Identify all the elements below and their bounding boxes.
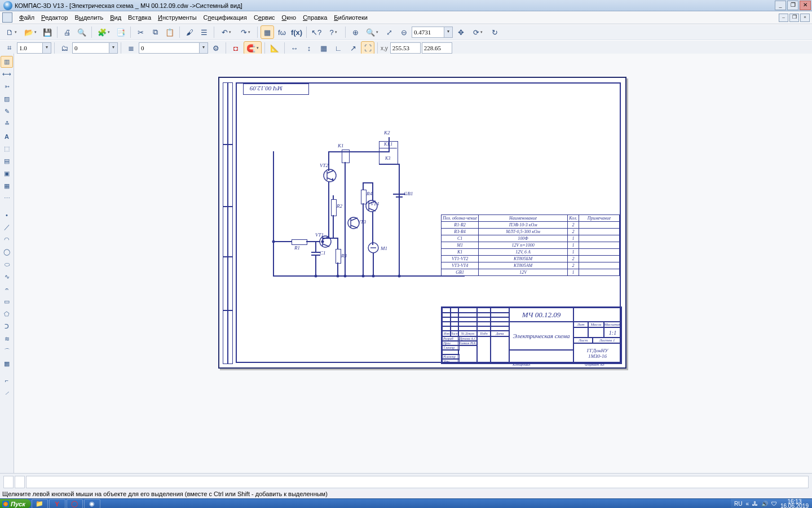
draw-equid[interactable]: ≋: [1, 333, 13, 345]
draw-point[interactable]: •: [1, 209, 13, 221]
step-input[interactable]: [17, 42, 43, 54]
zoom-combo[interactable]: ▾: [412, 27, 453, 38]
tool-more[interactable]: ⋯: [1, 192, 13, 204]
pan-button[interactable]: ✥: [454, 25, 467, 39]
redo-button[interactable]: ↷: [236, 25, 254, 39]
draw-line[interactable]: ／: [1, 221, 13, 233]
tray-net-icon[interactable]: 🖧: [752, 501, 758, 507]
layers-button[interactable]: ≣: [124, 41, 138, 55]
mdi-restore[interactable]: ❐: [789, 14, 799, 22]
properties-button[interactable]: ☰: [197, 25, 211, 39]
tool-measure[interactable]: A: [1, 130, 13, 142]
tool-spec[interactable]: ▤: [1, 155, 13, 167]
tool-dim[interactable]: ⟷: [1, 68, 13, 80]
menu-select[interactable]: Выделить: [71, 13, 107, 22]
draw-cont[interactable]: Ɔ: [1, 321, 13, 332]
zoom-fit-button[interactable]: ⤢: [382, 25, 396, 39]
tool-geometry[interactable]: ▥: [1, 56, 13, 68]
stop-button[interactable]: ◘: [229, 41, 242, 55]
taskbar-yandex-icon[interactable]: Y: [49, 499, 65, 508]
menu-window[interactable]: Окно: [279, 13, 300, 22]
zoom-in-button[interactable]: ⊕: [348, 25, 362, 39]
draw-hatch2[interactable]: ▩: [1, 358, 13, 370]
tool-hatch[interactable]: ▨: [1, 93, 13, 105]
draw-collect[interactable]: ⌒: [1, 345, 13, 357]
states-button[interactable]: 🗂: [58, 41, 71, 55]
draw-rect[interactable]: ▭: [1, 296, 13, 308]
tool-select[interactable]: ⬚: [1, 143, 13, 155]
zoom-dd-button[interactable]: 🔍: [363, 25, 381, 39]
tool-edit[interactable]: ✎: [1, 106, 13, 117]
tray-shield-icon[interactable]: 🛡: [771, 501, 777, 507]
preview-button[interactable]: 🔍: [75, 25, 89, 39]
prop-button[interactable]: 📑: [114, 25, 127, 39]
minimize-button[interactable]: _: [775, 1, 786, 10]
grid-button[interactable]: ▦: [317, 41, 330, 55]
step-combo[interactable]: ▾: [17, 42, 51, 54]
tool-param[interactable]: ≛: [1, 118, 13, 130]
help-cursor-button[interactable]: ↖?: [310, 25, 323, 39]
manager-button[interactable]: ▦: [261, 25, 274, 39]
help-dd-button[interactable]: ?: [324, 25, 342, 39]
zoom-out-button[interactable]: ⊖: [397, 25, 411, 39]
mdi-close[interactable]: ×: [800, 14, 810, 22]
close-button[interactable]: ✕: [800, 1, 811, 10]
save-button[interactable]: 💾: [41, 25, 54, 39]
lang-indicator[interactable]: RU: [734, 501, 742, 507]
menu-libs[interactable]: Библиотеки: [330, 13, 371, 22]
tray-vol-icon[interactable]: 🔊: [761, 501, 768, 507]
taskbar-kompas-icon[interactable]: ◉: [84, 499, 100, 508]
grid-origin-button[interactable]: ⌗: [2, 41, 16, 55]
coord-y-input[interactable]: [422, 42, 452, 54]
draw-ellipse[interactable]: ⬭: [1, 259, 13, 270]
menu-edit[interactable]: Редактор: [38, 13, 71, 22]
draw-poly[interactable]: ⬠: [1, 308, 13, 320]
restore-button[interactable]: ❐: [787, 1, 798, 10]
property-field[interactable]: [26, 476, 809, 488]
print-button[interactable]: 🖨: [60, 25, 74, 39]
new-button[interactable]: 🗋: [2, 25, 20, 39]
state-combo[interactable]: ▾: [72, 42, 118, 54]
menu-insert[interactable]: Вставка: [125, 13, 155, 22]
undo-button[interactable]: ↶: [217, 25, 235, 39]
layer-combo[interactable]: ▾: [139, 42, 208, 54]
draw-fillet[interactable]: ⌐: [1, 374, 13, 386]
macro-button[interactable]: f(x): [290, 25, 303, 39]
drawing-canvas[interactable]: МЧ 00.12.09 K2 K1.1 K3 K1 GB1: [14, 54, 812, 474]
copy-button[interactable]: ⧉: [148, 25, 162, 39]
draw-curve[interactable]: 𝄐: [1, 283, 13, 295]
menu-tools[interactable]: Инструменты: [155, 13, 200, 22]
layer-input[interactable]: [139, 42, 200, 54]
redraw-button[interactable]: ↻: [488, 25, 501, 39]
menu-spec[interactable]: Спецификация: [200, 13, 250, 22]
system-tray[interactable]: RU « 🖧 🔊 🛡 16:13 16.06.2019: [731, 499, 812, 508]
lcs-button[interactable]: ⛶: [361, 41, 374, 55]
state-input[interactable]: [72, 42, 109, 54]
layer-opt-button[interactable]: ⚙: [209, 41, 223, 55]
menu-help[interactable]: Справка: [299, 13, 330, 22]
snap-button[interactable]: 🧲: [244, 41, 262, 55]
zoom-input[interactable]: [412, 27, 444, 38]
menu-view[interactable]: Вид: [107, 13, 125, 22]
taskbar-opera-icon[interactable]: ◯: [67, 499, 83, 508]
draw-circle[interactable]: ◯: [1, 246, 13, 258]
vars-button[interactable]: fω: [275, 25, 289, 39]
start-button[interactable]: Пуск: [0, 499, 31, 508]
draw-spline[interactable]: ∿: [1, 271, 13, 283]
ortho-y-button[interactable]: ↕: [302, 41, 316, 55]
round-button[interactable]: ↗: [346, 41, 360, 55]
ortho-button[interactable]: ∟: [332, 41, 345, 55]
tool-text[interactable]: ➳: [1, 81, 13, 93]
tray-up-icon[interactable]: «: [745, 501, 749, 507]
draw-arc[interactable]: ◠: [1, 234, 13, 246]
tool-report[interactable]: ▣: [1, 168, 13, 179]
mdi-minimize[interactable]: –: [779, 14, 788, 22]
paste-button[interactable]: 📋: [163, 25, 176, 39]
copy-props-button[interactable]: 🖌: [183, 25, 196, 39]
cut-button[interactable]: ✂: [134, 25, 147, 39]
draw-chamfer[interactable]: ⟋: [1, 387, 13, 398]
param-button[interactable]: 📐: [268, 41, 281, 55]
orbit-button[interactable]: ⟳: [469, 25, 487, 39]
coord-x-input[interactable]: [390, 42, 421, 54]
taskbar-explorer-icon[interactable]: 📁: [32, 499, 48, 508]
